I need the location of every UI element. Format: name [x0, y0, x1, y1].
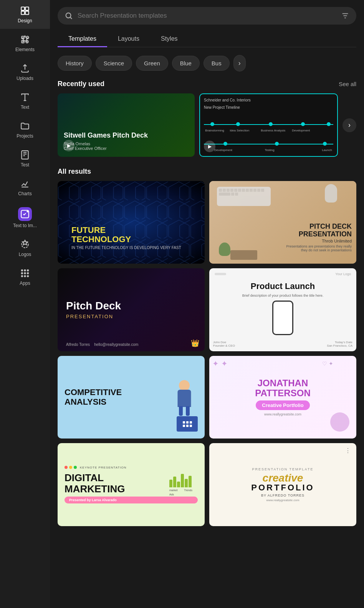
result-card-product-launch[interactable]: Your Logo Product Launch Brief descripti… [209, 268, 356, 351]
chip-more-button[interactable]: › [233, 55, 246, 71]
sidebar-item-text-to-image[interactable]: Text to Im... [0, 202, 50, 234]
sidebar-label-design: Design [18, 18, 32, 23]
logos-icon [20, 239, 30, 250]
result-card-jonathan-patterson[interactable]: ✦ ✦ ♡ ✦ JONATHAN PATTERSON Creative Port… [209, 356, 356, 439]
creative-small-label: PRESENTATION TEMPLATE [252, 467, 314, 471]
all-results-header: All results [58, 168, 356, 176]
sidebar-item-apps[interactable]: Apps [0, 262, 50, 291]
result-card-digital-marketing[interactable]: KEYNOTE PRESENTATION DIGITAL MARKETING P… [58, 443, 205, 526]
phone-mockup [272, 301, 293, 335]
see-all-button[interactable]: See all [339, 81, 356, 87]
pitch-dark-author: Alfredo Torres hello@reallygreatsite.com [66, 342, 138, 347]
sidebar-label-elements: Elements [15, 47, 35, 52]
jonathan-circle-deco [330, 412, 349, 432]
play-button-sitwell[interactable]: ▶ [63, 140, 74, 151]
recent-card-timeline[interactable]: Schneider and Co. Interiors New Project … [199, 93, 338, 157]
result-card-creative-portfolio[interactable]: ⋮ PRESENTATION TEMPLATE creative PORTFOL… [209, 443, 356, 526]
result-card-competitive-analysis[interactable]: COMPETITIVE ANALYSIS [58, 356, 205, 439]
svg-point-21 [27, 272, 28, 274]
competitive-title: COMPETITIVE ANALYSIS [65, 388, 122, 406]
jonathan-portfolio-badge: Creative Portfolio [256, 400, 309, 410]
svg-point-20 [24, 272, 25, 274]
result-card-future-technology[interactable]: FUTURE TECHNOLOGY IN THE FUTURE TECHNOLO… [58, 181, 205, 264]
sidebar-item-test[interactable]: Test [0, 144, 50, 173]
jonathan-name: JONATHAN PATTERSON [255, 378, 310, 399]
sidebar-item-projects[interactable]: Projects [0, 115, 50, 144]
sidebar-item-logos[interactable]: Logos [0, 234, 50, 262]
chip-green[interactable]: Green [136, 56, 168, 71]
elements-icon [20, 34, 30, 45]
sidebar-label-text-to-image: Text to Im... [13, 223, 37, 228]
timeline-company: Schneider and Co. Interiors [204, 98, 333, 102]
creative-portfolio-label: PORTFOLIO [251, 483, 314, 492]
product-launch-logo-text: Your Logo [335, 272, 351, 276]
svg-point-22 [22, 276, 23, 277]
sidebar-label-logos: Logos [19, 252, 31, 257]
result-card-pitch-deck-presentation[interactable]: PITCH DECK PRESENTATION Throb Unlimited … [209, 181, 356, 264]
all-results-title: All results [58, 168, 91, 176]
results-grid: FUTURE TECHNOLOGY IN THE FUTURE TECHNOLO… [58, 181, 356, 526]
sidebar-label-apps: Apps [20, 281, 30, 286]
svg-rect-0 [21, 7, 25, 10]
search-icon [65, 12, 73, 20]
search-input[interactable] [78, 12, 336, 20]
svg-point-19 [22, 272, 23, 274]
charts-icon [20, 178, 30, 189]
sidebar-item-charts[interactable]: Charts [0, 173, 50, 202]
jonathan-url: www.reallygreatsite.com [264, 412, 301, 416]
sidebar-label-text: Text [21, 105, 29, 110]
sidebar-item-elements[interactable]: Elements [0, 29, 50, 58]
sidebar-item-design[interactable]: Design [0, 0, 50, 29]
creative-menu-dots[interactable]: ⋮ [345, 447, 351, 454]
svg-point-17 [24, 270, 25, 271]
svg-rect-2 [21, 11, 25, 15]
digital-header-label: KEYNOTE PRESENTATION [80, 466, 127, 469]
sidebar-item-uploads[interactable]: Uploads [0, 58, 50, 86]
tab-templates[interactable]: Templates [58, 32, 107, 47]
digital-charts: marketTrends Ads [169, 448, 200, 521]
chip-science[interactable]: Science [96, 56, 132, 71]
svg-point-24 [27, 276, 28, 277]
svg-line-26 [70, 17, 72, 19]
crown-badge: 👑 [191, 339, 199, 347]
apps-icon [20, 268, 30, 279]
svg-point-23 [24, 276, 25, 277]
future-tech-subtitle: IN THE FUTURE TECHNOLOGY IS DEVELOPING V… [71, 246, 191, 250]
competitive-data-box [177, 416, 198, 432]
result-card-pitch-deck-dark[interactable]: Pitch Deck PRESENTATION Alfredo Torres h… [58, 268, 205, 351]
svg-rect-8 [22, 151, 28, 159]
product-launch-desc: Brief description of your product follow… [242, 294, 324, 297]
jonathan-decoration: ✦ ✦ [212, 359, 228, 368]
pitch-deck-presentation-text: PITCH DECK PRESENTATION Throb Unlimited … [286, 223, 352, 253]
text-to-image-icon [18, 207, 32, 221]
recently-used-next-arrow[interactable]: › [342, 118, 356, 132]
main-panel: Templates Layouts Styles History Science… [50, 0, 364, 608]
recently-used-header: Recently used See all [58, 80, 356, 88]
product-launch-footer: John Doe Founder & CEO Today's Date San … [209, 341, 356, 347]
creative-author: BY ALFREDO TORRES [261, 493, 304, 497]
jonathan-hearts: ♡ ✦ [322, 360, 333, 367]
tab-styles[interactable]: Styles [150, 32, 189, 47]
chip-blue[interactable]: Blue [172, 56, 200, 71]
projects-icon [20, 121, 30, 131]
svg-point-25 [66, 13, 71, 18]
sitwell-title: Sitwell Games Pitch Deck [64, 131, 189, 140]
chips-row: History Science Green Blue Bus › [58, 55, 356, 71]
recent-card-sitwell[interactable]: Sitwell Games Pitch Deck Stella Ornelas … [58, 93, 195, 157]
pitch-dark-title: Pitch Deck [66, 300, 121, 312]
design-icon [20, 5, 30, 16]
sidebar-label-test: Test [21, 162, 29, 168]
chip-business[interactable]: Bus [204, 56, 230, 71]
sidebar-label-charts: Charts [18, 191, 31, 196]
test-icon [20, 150, 30, 160]
text-icon [20, 92, 30, 103]
future-tech-title: FUTURE TECHNOLOGY [71, 226, 191, 244]
timeline-subtitle: New Project Timeline [204, 105, 333, 110]
tab-layouts[interactable]: Layouts [107, 32, 150, 47]
sidebar-item-text[interactable]: Text [0, 86, 50, 115]
recently-used-row: Sitwell Games Pitch Deck Stella Ornelas … [58, 93, 356, 157]
play-button-timeline[interactable]: ▶ [204, 141, 215, 152]
chip-history[interactable]: History [58, 56, 92, 71]
svg-point-16 [22, 270, 23, 271]
filter-icon[interactable] [341, 12, 349, 20]
